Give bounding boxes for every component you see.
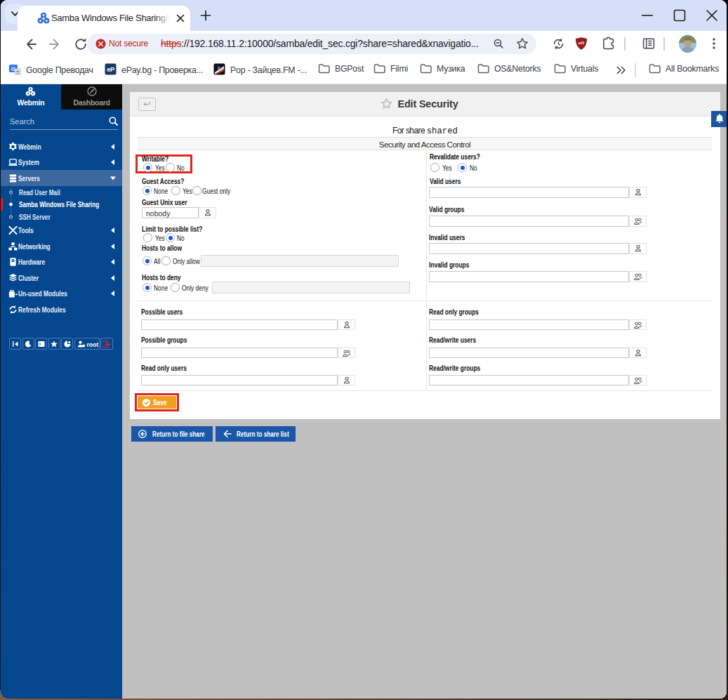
svg-text:eP: eP [107,66,114,73]
svg-text:uO: uO [578,41,585,45]
svg-text:文: 文 [15,70,20,74]
